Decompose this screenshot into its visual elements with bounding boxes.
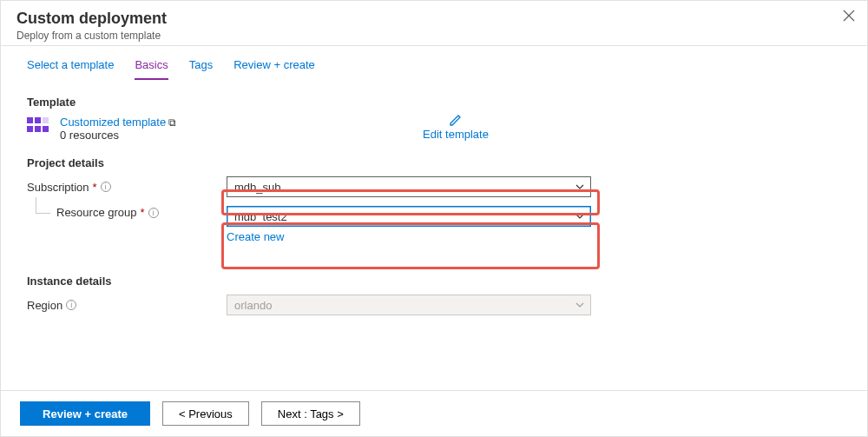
subscription-dropdown[interactable]: mdb_sub — [227, 176, 591, 197]
customized-template-link[interactable]: Customized template⧉ — [60, 116, 176, 129]
info-icon[interactable]: i — [66, 300, 76, 310]
region-row: Region i orlando — [27, 295, 841, 315]
svg-rect-3 — [27, 126, 33, 132]
review-create-button[interactable]: Review + create — [20, 401, 150, 426]
chevron-down-icon — [575, 182, 585, 192]
edit-template-link[interactable]: Edit template — [423, 112, 489, 141]
subscription-label: Subscription * i — [27, 181, 227, 194]
project-details-heading: Project details — [27, 156, 841, 169]
tab-strip: Select a template Basics Tags Review + c… — [1, 46, 867, 80]
tab-select-template[interactable]: Select a template — [27, 58, 114, 80]
resource-group-dropdown[interactable]: mdb_test2 — [227, 206, 591, 227]
close-button[interactable] — [843, 10, 855, 22]
close-icon — [843, 10, 855, 22]
resource-group-label: Resource group * i — [27, 206, 227, 219]
create-new-link[interactable]: Create new — [227, 230, 591, 243]
next-button[interactable]: Next : Tags > — [261, 401, 360, 426]
info-icon[interactable]: i — [148, 208, 159, 218]
svg-rect-0 — [27, 117, 33, 123]
pencil-icon — [448, 112, 464, 128]
region-label: Region i — [27, 299, 227, 312]
page-header: Custom deployment Deploy from a custom t… — [1, 1, 867, 46]
template-text: Customized template⧉ 0 resources — [60, 116, 176, 142]
content-area: Template Customized template⧉ 0 resource… — [1, 80, 867, 315]
page-title: Custom deployment — [16, 10, 852, 28]
svg-rect-5 — [43, 126, 49, 132]
svg-rect-1 — [35, 117, 41, 123]
chevron-down-icon — [575, 211, 585, 222]
previous-button[interactable]: < Previous — [162, 401, 249, 426]
required-asterisk: * — [93, 181, 97, 194]
tab-basics[interactable]: Basics — [135, 58, 168, 80]
external-link-icon: ⧉ — [168, 116, 176, 129]
svg-rect-4 — [35, 126, 41, 132]
subscription-row: Subscription * i mdb_sub — [27, 176, 841, 197]
resource-group-row: Resource group * i mdb_test2 Create new — [27, 206, 841, 243]
template-tiles-icon — [27, 116, 49, 138]
region-dropdown[interactable]: orlando — [227, 295, 591, 315]
info-icon[interactable]: i — [101, 182, 111, 192]
footer-bar: Review + create < Previous Next : Tags > — [1, 390, 867, 436]
tab-tags[interactable]: Tags — [189, 58, 213, 80]
svg-rect-2 — [43, 117, 49, 123]
chevron-down-icon — [575, 300, 585, 310]
custom-deployment-page: Custom deployment Deploy from a custom t… — [0, 0, 868, 437]
resources-count: 0 resources — [60, 129, 119, 142]
page-subtitle: Deploy from a custom template — [16, 30, 852, 42]
template-heading: Template — [27, 96, 841, 109]
required-asterisk: * — [141, 206, 145, 219]
instance-details-heading: Instance details — [27, 275, 841, 288]
tab-review-create[interactable]: Review + create — [233, 58, 315, 80]
